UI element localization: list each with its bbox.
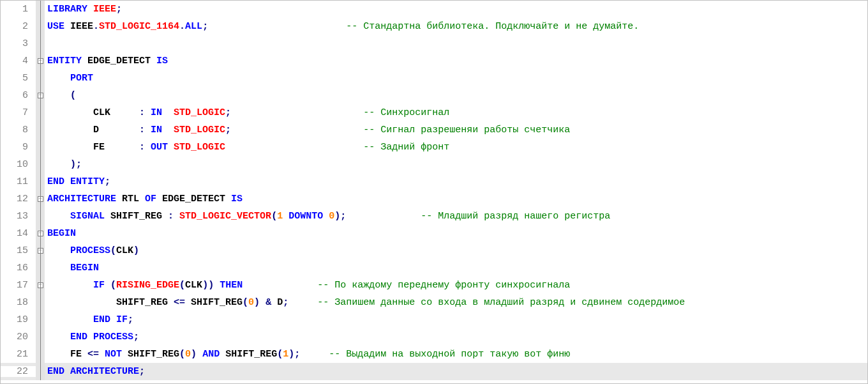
keyword-token: OF bbox=[145, 194, 156, 204]
fold-margin bbox=[36, 328, 45, 346]
code-line[interactable]: 21 FE <= NOT SHIFT_REG(0) AND SHIFT_REG(… bbox=[1, 346, 867, 363]
text-token: D bbox=[271, 297, 283, 308]
code-content[interactable]: END ARCHITECTURE; bbox=[45, 366, 867, 377]
text-token bbox=[323, 211, 329, 222]
text-token: D bbox=[47, 125, 139, 135]
code-content[interactable]: PROCESS(CLK) bbox=[45, 245, 867, 256]
code-content[interactable]: END PROCESS; bbox=[45, 332, 867, 342]
code-content[interactable]: ); bbox=[45, 159, 867, 170]
comment-token: -- По каждому переднему фронту синхросиг… bbox=[317, 280, 570, 291]
code-line[interactable]: 3 bbox=[1, 35, 867, 52]
keyword-token: IF bbox=[116, 314, 128, 325]
line-number: 3 bbox=[1, 38, 36, 49]
code-line[interactable]: 6− ( bbox=[1, 87, 867, 104]
code-content[interactable]: END ENTITY; bbox=[45, 176, 867, 187]
punct-token: <= bbox=[87, 349, 99, 360]
code-line[interactable]: 14−BEGIN bbox=[1, 225, 867, 242]
punct-token: ) bbox=[191, 349, 197, 360]
type-token: STD_LOGIC bbox=[174, 125, 225, 135]
keyword-token: IF bbox=[93, 280, 105, 291]
line-number: 2 bbox=[1, 21, 36, 32]
punct-token: ; bbox=[139, 366, 145, 377]
text-token bbox=[260, 297, 266, 308]
punct-token: ; bbox=[133, 332, 139, 342]
comment-token: -- Младший разряд нашего регистра bbox=[421, 211, 610, 222]
text-token bbox=[243, 280, 317, 291]
code-content[interactable]: LIBRARY IEEE; bbox=[45, 4, 867, 15]
code-content[interactable]: ENTITY EDGE_DETECT IS bbox=[45, 56, 867, 66]
punct-token: . bbox=[93, 21, 99, 32]
code-line[interactable]: 22END ARCHITECTURE; bbox=[1, 363, 867, 380]
punct-token: ); bbox=[288, 349, 300, 360]
code-line[interactable]: 1LIBRARY IEEE; bbox=[1, 1, 867, 18]
code-content[interactable]: ( bbox=[45, 90, 867, 101]
keyword-token: THEN bbox=[220, 280, 243, 291]
comment-token: -- Запишем данные со входа в младший раз… bbox=[317, 297, 685, 308]
line-number: 11 bbox=[1, 176, 36, 187]
line-number: 12 bbox=[1, 194, 36, 204]
punct-token: : bbox=[139, 107, 145, 118]
text-token: SHIFT_REG bbox=[185, 297, 243, 308]
code-line[interactable]: 2USE IEEE.STD_LOGIC_1164.ALL; -- Стандар… bbox=[1, 18, 867, 35]
code-line[interactable]: 12−ARCHITECTURE RTL OF EDGE_DETECT IS bbox=[1, 190, 867, 208]
code-content[interactable]: CLK : IN STD_LOGIC; -- Синхросигнал bbox=[45, 107, 867, 118]
code-line[interactable]: 9 FE : OUT STD_LOGIC -- Задний фронт bbox=[1, 139, 867, 156]
code-line[interactable]: 13 SIGNAL SHIFT_REG : STD_LOGIC_VECTOR(1… bbox=[1, 208, 867, 225]
punct-token: ; bbox=[225, 125, 231, 135]
keyword-token: ARCHITECTURE bbox=[47, 194, 116, 204]
code-line[interactable]: 17− IF (RISING_EDGE(CLK)) THEN -- По каж… bbox=[1, 277, 867, 294]
code-content[interactable]: FE : OUT STD_LOGIC -- Задний фронт bbox=[45, 142, 867, 153]
punct-token: ( bbox=[179, 280, 185, 291]
code-content[interactable]: FE <= NOT SHIFT_REG(0) AND SHIFT_REG(1);… bbox=[45, 349, 867, 360]
text-token: RTL bbox=[116, 194, 145, 204]
code-content[interactable]: SHIFT_REG <= SHIFT_REG(0) & D; -- Запише… bbox=[45, 297, 867, 308]
code-content[interactable]: BEGIN bbox=[45, 228, 867, 239]
type-token: STD_LOGIC_1164 bbox=[99, 21, 179, 32]
text-token: SHIFT_REG bbox=[220, 349, 277, 360]
text-token: SHIFT_REG bbox=[47, 297, 174, 308]
line-number: 14 bbox=[1, 228, 36, 239]
code-content[interactable]: IF (RISING_EDGE(CLK)) THEN -- По каждому… bbox=[45, 280, 867, 291]
punct-token: ); bbox=[70, 159, 82, 170]
code-content[interactable]: PORT bbox=[45, 73, 867, 84]
code-content[interactable]: ARCHITECTURE RTL OF EDGE_DETECT IS bbox=[45, 194, 867, 204]
keyword-token: DOWNTO bbox=[288, 211, 323, 222]
keyword-token: IS bbox=[231, 194, 243, 204]
punct-token: : bbox=[168, 211, 174, 222]
text-token bbox=[47, 90, 70, 101]
code-line[interactable]: 8 D : IN STD_LOGIC; -- Сигнал разрешеняи… bbox=[1, 121, 867, 139]
code-line[interactable]: 4−ENTITY EDGE_DETECT IS bbox=[1, 52, 867, 70]
line-number: 17 bbox=[1, 280, 36, 291]
text-token: SHIFT_REG bbox=[122, 349, 179, 360]
code-content[interactable]: END IF; bbox=[45, 314, 867, 325]
code-content[interactable]: D : IN STD_LOGIC; -- Сигнал разрешеняи р… bbox=[45, 125, 867, 135]
code-line[interactable]: 5 PORT bbox=[1, 70, 867, 87]
code-line[interactable]: 11END ENTITY; bbox=[1, 173, 867, 190]
number-token: 0 bbox=[329, 211, 334, 222]
text-token bbox=[47, 245, 70, 256]
keyword-token: BEGIN bbox=[70, 263, 99, 273]
text-token bbox=[214, 280, 220, 291]
punct-token: . bbox=[179, 21, 185, 32]
text-token: CLK bbox=[47, 107, 139, 118]
keyword-token: PROCESS bbox=[93, 332, 133, 342]
code-content[interactable]: USE IEEE.STD_LOGIC_1164.ALL; -- Стандарт… bbox=[45, 21, 867, 32]
punct-token: ) bbox=[254, 297, 260, 308]
fold-margin: − bbox=[36, 190, 45, 208]
keyword-token: SIGNAL bbox=[70, 211, 105, 222]
code-line[interactable]: 15− PROCESS(CLK) bbox=[1, 242, 867, 259]
keyword-token: IN bbox=[151, 107, 162, 118]
fold-margin bbox=[36, 139, 45, 156]
code-line[interactable]: 18 SHIFT_REG <= SHIFT_REG(0) & D; -- Зап… bbox=[1, 294, 867, 311]
fold-margin bbox=[36, 35, 45, 52]
code-line[interactable]: 16 BEGIN bbox=[1, 259, 867, 277]
code-editor[interactable]: 1LIBRARY IEEE;2USE IEEE.STD_LOGIC_1164.A… bbox=[1, 1, 867, 383]
fold-margin bbox=[36, 208, 45, 225]
code-line[interactable]: 10 ); bbox=[1, 156, 867, 173]
code-content[interactable]: BEGIN bbox=[45, 263, 867, 273]
text-token: CLK bbox=[185, 280, 202, 291]
code-line[interactable]: 19 END IF; bbox=[1, 311, 867, 328]
code-content[interactable]: SIGNAL SHIFT_REG : STD_LOGIC_VECTOR(1 DO… bbox=[45, 211, 867, 222]
code-line[interactable]: 7 CLK : IN STD_LOGIC; -- Синхросигнал bbox=[1, 104, 867, 121]
code-line[interactable]: 20 END PROCESS; bbox=[1, 328, 867, 346]
